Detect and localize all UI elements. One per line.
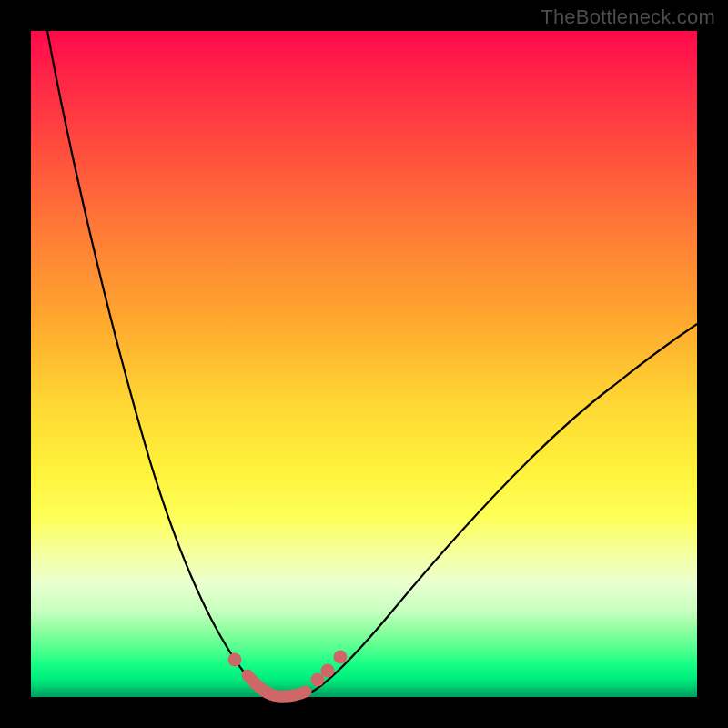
- marker-dot-left: [228, 653, 242, 667]
- valley-marker-segment: [248, 675, 306, 696]
- left-branch-curve: [47, 31, 270, 696]
- right-branch-curve: [302, 324, 697, 696]
- chart-frame: TheBottleneck.com: [0, 0, 728, 728]
- plot-area: [31, 31, 697, 697]
- watermark-text: TheBottleneck.com: [541, 5, 715, 29]
- curve-layer: [31, 31, 697, 697]
- marker-dot-right-3: [334, 651, 348, 664]
- marker-dot-right-2: [321, 664, 335, 678]
